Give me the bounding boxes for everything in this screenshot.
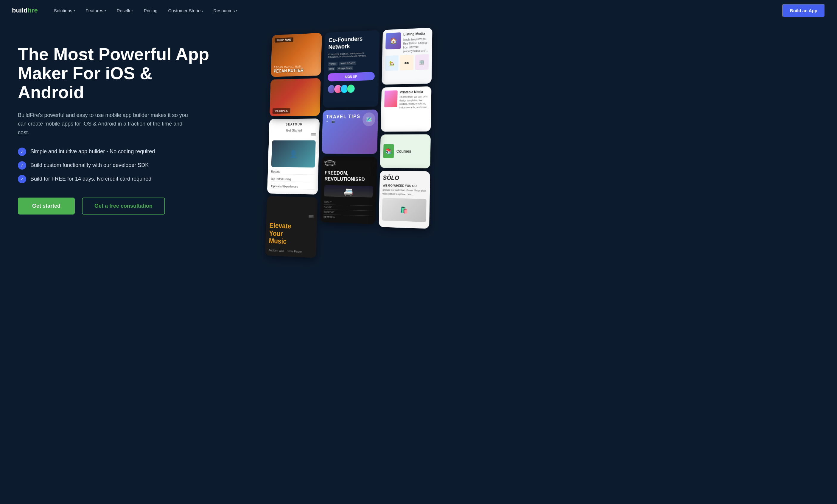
music-card: Elevate Your Music Audition Wall Show Fi… xyxy=(265,196,318,258)
yahoo-logo: yahoo! xyxy=(328,62,338,66)
wide-logo: WIDE COAST xyxy=(339,61,356,66)
cofounders-card: Co-Founders Network Connecting Startups,… xyxy=(323,30,380,108)
chevron-down-icon: ▾ xyxy=(105,9,106,12)
partner-logos: yahoo! WIDE COAST Bing Google News xyxy=(328,60,375,71)
hero-checklist: ✓ Simple and intuitive app builder - No … xyxy=(18,148,220,183)
free-consultation-button[interactable]: Get a free consultation xyxy=(82,198,165,214)
hero-content: The Most Powerful App Maker For iOS & An… xyxy=(18,39,220,214)
nav-item-customer-stories[interactable]: Customer Stories xyxy=(164,6,207,16)
check-icon-1: ✓ xyxy=(18,148,26,156)
nav-links: Solutions ▾ Features ▾ Reseller Pricing … xyxy=(50,6,782,16)
checklist-item-2: ✓ Build custom functionality with our de… xyxy=(18,161,220,170)
nav-item-pricing[interactable]: Pricing xyxy=(140,6,162,16)
google-news-logo: Google News xyxy=(337,66,353,70)
nav-item-solutions[interactable]: Solutions ▾ xyxy=(50,6,79,16)
cf-title: Co-Founders Network xyxy=(328,35,376,51)
hero-subtitle: BuildFire's powerful and easy to use mob… xyxy=(18,111,191,136)
build-app-button[interactable]: Build an App xyxy=(782,4,825,17)
phone-column-1: SHOP NOW PECAN MAPLE, MAP... PECAN BUTTE… xyxy=(265,33,322,258)
bing-logo: Bing xyxy=(328,67,335,71)
hero-phones: SHOP NOW PECAN MAPLE, MAP... PECAN BUTTE… xyxy=(232,39,825,253)
travel-card: TRAVEL TIPS ✈ 📷 🗺️ xyxy=(322,110,378,154)
nav-item-features[interactable]: Features ▾ xyxy=(82,6,110,16)
check-icon-2: ✓ xyxy=(18,161,26,170)
hero-section: The Most Powerful App Maker For iOS & An… xyxy=(0,21,837,504)
chevron-down-icon: ▾ xyxy=(236,9,237,12)
nav-item-reseller[interactable]: Reseller xyxy=(112,6,137,16)
avatar-4 xyxy=(346,84,355,93)
checklist-item-1: ✓ Simple and intuitive app builder - No … xyxy=(18,148,220,156)
hero-buttons: Get started Get a free consultation xyxy=(18,198,220,214)
logo[interactable]: buildfire xyxy=(12,6,38,14)
get-started-button[interactable]: Get started xyxy=(18,198,75,214)
travel-icon: 🗺️ xyxy=(362,112,376,127)
profile-pictures xyxy=(327,83,375,94)
cf-subtitle: Connecting Startups, Entrepreneurs, Educ… xyxy=(328,51,375,58)
phones-container: SHOP NOW PECAN MAPLE, MAP... PECAN BUTTE… xyxy=(265,21,837,283)
recipes-tag: RECIPES xyxy=(272,108,290,114)
signup-button[interactable]: SIGN UP xyxy=(328,72,375,81)
navigation: buildfire Solutions ▾ Features ▾ Reselle… xyxy=(0,0,837,21)
nav-item-resources[interactable]: Resources ▾ xyxy=(209,6,242,16)
hero-title: The Most Powerful App Maker For iOS & An… xyxy=(18,44,220,101)
check-icon-3: ✓ xyxy=(18,175,26,183)
chevron-down-icon: ▾ xyxy=(74,9,75,12)
checklist-item-3: ✓ Build for FREE for 14 days. No credit … xyxy=(18,175,220,183)
